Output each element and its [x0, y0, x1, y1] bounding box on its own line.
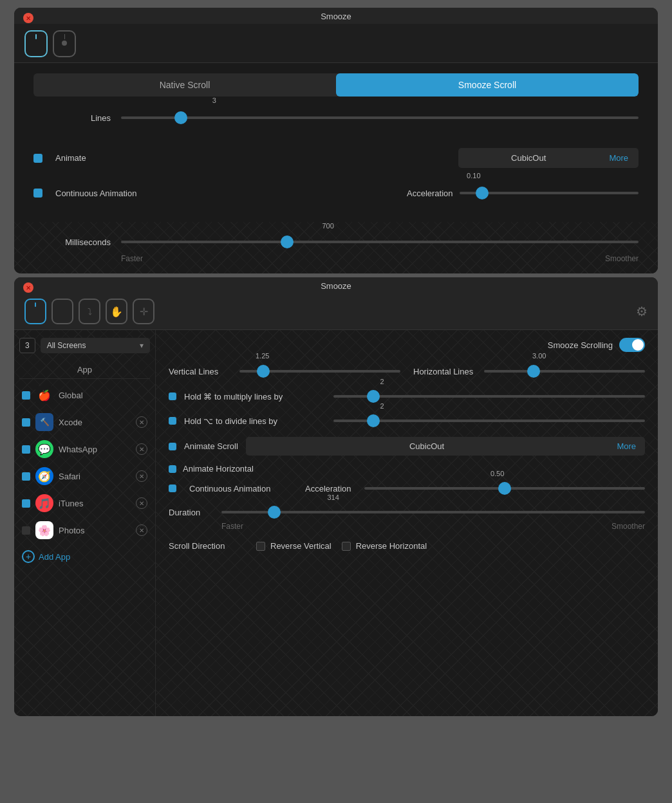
- animate-scroll-row: Animate Scroll CubicOut More: [169, 437, 645, 456]
- app-name-whatsapp: WhatsApp: [59, 445, 131, 454]
- nav-icon-scroll-active[interactable]: [24, 299, 46, 324]
- easing-selector: CubicOut More: [458, 148, 639, 168]
- screen-dropdown-label: All Screens: [47, 341, 86, 350]
- screen-dropdown[interactable]: All Screens ▾: [41, 338, 150, 353]
- ms-value: 700: [322, 222, 333, 230]
- continuous-accel-row: Continuous Animation Acceleration 0.50: [169, 477, 645, 500]
- hold-multiply-slider[interactable]: [333, 395, 645, 398]
- app-checkbox-xcode[interactable]: [22, 418, 30, 427]
- app-checkbox-itunes[interactable]: [22, 499, 30, 508]
- duration-slider[interactable]: [221, 511, 645, 513]
- lines-row: Lines 3: [14, 104, 658, 131]
- nav-icon-hand[interactable]: ✋: [106, 299, 127, 324]
- nav-icon-plus[interactable]: ✛: [133, 299, 154, 324]
- animate-horizontal-checkbox[interactable]: [169, 465, 176, 473]
- lines-slider-container: 3: [121, 108, 639, 127]
- continuous-label-2: Continuous Animation: [189, 484, 292, 494]
- app-name-photos: Photos: [59, 526, 131, 535]
- app-remove-photos[interactable]: ✕: [136, 524, 147, 536]
- app-remove-safari[interactable]: ✕: [136, 470, 147, 482]
- app-icon-global: 🍎: [35, 386, 53, 404]
- tab-smooze-scroll[interactable]: Smooze Scroll: [336, 73, 639, 97]
- smooze-scrolling-row: Smooze Scrolling: [169, 338, 645, 352]
- easing-main-2[interactable]: CubicOut: [246, 437, 608, 456]
- add-app-button[interactable]: + Add App: [19, 544, 150, 569]
- continuous-row: Continuous Animation Acceleration 0.10: [14, 177, 658, 209]
- easing-more-2[interactable]: More: [608, 437, 645, 456]
- app-list-header: App: [19, 361, 150, 379]
- close-button-2[interactable]: [23, 282, 33, 293]
- acceleration-slider-container: 0.10: [460, 183, 639, 203]
- duration-slider-wrap: 314: [221, 504, 645, 521]
- list-item: 🧭 Safari ✕: [19, 463, 150, 490]
- app-title-2: Smooze: [321, 281, 351, 291]
- horizontal-lines-slider[interactable]: [484, 370, 645, 373]
- smooze-scrolling-label: Smooze Scrolling: [548, 340, 613, 350]
- hold-divide-checkbox[interactable]: [169, 417, 176, 425]
- ms-slider[interactable]: [121, 241, 639, 243]
- add-circle-icon: +: [22, 550, 35, 563]
- vertical-lines-item: Vertical Lines 1.25: [169, 362, 400, 380]
- settings-main: Smooze Scrolling Vertical Lines 1.25 Hor…: [156, 330, 658, 716]
- horizontal-lines-value: 3.00: [532, 352, 546, 360]
- add-app-label: Add App: [39, 552, 70, 562]
- scroll-tabs: Native Scroll Smooze Scroll: [33, 73, 639, 97]
- animate-checkbox[interactable]: [33, 154, 42, 163]
- tab-native-scroll[interactable]: Native Scroll: [33, 73, 336, 97]
- vertical-lines-slider[interactable]: [239, 370, 400, 373]
- hold-multiply-checkbox[interactable]: [169, 392, 176, 400]
- panel-1: Smooze Native Scroll Smooze Scroll Lines…: [14, 8, 658, 273]
- lines-slider[interactable]: [121, 116, 639, 119]
- mouse-icon-1[interactable]: [24, 30, 48, 57]
- nav-icon-mouse[interactable]: [51, 299, 73, 324]
- hold-divide-row: Hold ⌥ to divide lines by 2: [169, 410, 645, 432]
- ms-row: Milliseconds 700: [33, 232, 639, 252]
- screen-selector: 3 All Screens ▾: [19, 338, 150, 353]
- reverse-vertical-checkbox[interactable]: [256, 542, 265, 551]
- app-icon-xcode: 🔨: [35, 413, 53, 431]
- list-item: 🎵 iTunes ✕: [19, 490, 150, 517]
- app-checkbox-safari[interactable]: [22, 472, 30, 481]
- reverse-horizontal-label: Reverse Horizontal: [356, 541, 427, 551]
- app-remove-whatsapp[interactable]: ✕: [136, 443, 147, 455]
- animate-scroll-checkbox[interactable]: [169, 443, 176, 450]
- app-checkbox-photos[interactable]: [22, 526, 30, 535]
- lines-value: 3: [212, 97, 216, 104]
- acceleration-label-2: Acceleration: [305, 484, 351, 494]
- reverse-vertical-option: Reverse Vertical: [256, 541, 331, 551]
- smooze-scrolling-toggle[interactable]: [619, 338, 645, 352]
- app-checkbox-whatsapp[interactable]: [22, 445, 30, 454]
- easing-more[interactable]: More: [599, 148, 639, 168]
- hold-divide-slider-wrap: 2: [333, 412, 645, 429]
- gear-icon[interactable]: ⚙: [636, 304, 648, 319]
- title-bar-1: Smooze: [14, 8, 658, 24]
- app-remove-xcode[interactable]: ✕: [136, 416, 147, 428]
- app-checkbox-global[interactable]: [22, 391, 30, 400]
- continuous-checkbox-2[interactable]: [169, 485, 176, 492]
- scroll-direction-label: Scroll Direction: [169, 541, 246, 551]
- horizontal-lines-label: Horizontal Lines: [413, 367, 478, 376]
- animate-row: Animate CubicOut More: [14, 142, 658, 174]
- panel2-body: 3 All Screens ▾ App 🍎 Global 🔨: [14, 330, 658, 716]
- duration-row: Duration 314 Faster Smoother: [169, 504, 645, 535]
- acceleration-slider[interactable]: [460, 192, 639, 194]
- animate-label: Animate: [55, 153, 86, 163]
- faster-smoother-1: Faster Smoother: [33, 252, 639, 273]
- app-name-safari: Safari: [59, 472, 131, 481]
- app-icon-whatsapp: 💬: [35, 440, 53, 458]
- acceleration-slider-2[interactable]: [364, 487, 645, 490]
- panel1-header: [14, 24, 658, 63]
- duration-value: 314: [328, 494, 339, 501]
- acceleration-value: 0.10: [467, 172, 480, 180]
- reverse-horizontal-checkbox[interactable]: [342, 542, 351, 551]
- reverse-horizontal-option: Reverse Horizontal: [342, 541, 427, 551]
- close-button-1[interactable]: [23, 13, 33, 23]
- faster-label-2: Faster: [221, 522, 243, 531]
- app-icon-safari: 🧭: [35, 467, 53, 485]
- mouse-icon-2[interactable]: [53, 30, 76, 57]
- easing-main[interactable]: CubicOut: [458, 148, 599, 168]
- nav-icon-scroll2[interactable]: [79, 299, 100, 324]
- hold-divide-slider[interactable]: [333, 420, 645, 422]
- continuous-checkbox[interactable]: [33, 189, 42, 198]
- app-remove-itunes[interactable]: ✕: [136, 497, 147, 509]
